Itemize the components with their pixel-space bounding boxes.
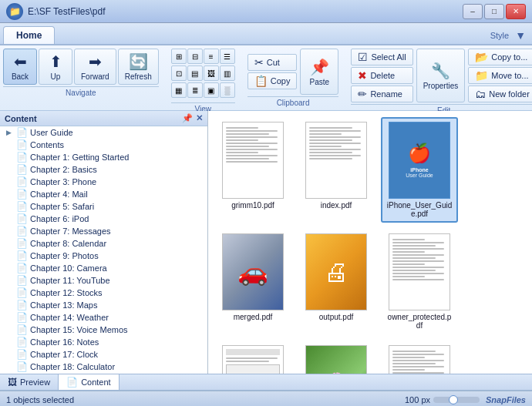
view-large-icon[interactable]: ⊞: [171, 49, 187, 64]
pdf-line: [309, 127, 352, 129]
cut-button[interactable]: ✂ Cut: [247, 54, 298, 71]
properties-button[interactable]: 🔧 Properties: [416, 49, 466, 102]
file-item-output[interactable]: 🖨 output.pdf: [298, 229, 375, 334]
view-tile-icon[interactable]: ⊡: [171, 65, 187, 81]
sidebar-item-ch10[interactable]: 📄 Chapter 10: Camera: [0, 262, 207, 274]
delete-button[interactable]: ✖ Delete: [351, 67, 412, 84]
pdf-line: [309, 158, 352, 159]
pdf-line: [226, 133, 269, 135]
file-item-iphone-guide[interactable]: 🍎 iPhone User Guide iPhone_User_Guide.pd…: [381, 117, 458, 223]
move-to-button[interactable]: 📁 Move to...: [468, 67, 532, 84]
ribbon-view-section: ⊞ ⊟ ≡ ☰ ⊡ ▤ 🖼 ▥ ▦ ≣ ▣ ░ View: [171, 49, 235, 107]
sidebar-item-ch18[interactable]: 📄 Chapter 18: Calculator: [0, 361, 207, 373]
sidebar-item-ch17[interactable]: 📄 Chapter 17: Clock: [0, 348, 207, 361]
rename-button[interactable]: ✏ Rename: [351, 86, 412, 102]
sidebar-item-ch19[interactable]: 📄 Chapter 19: Settings: [0, 373, 207, 374]
view-opt4[interactable]: ░: [220, 82, 235, 98]
file-item-owner-no-res[interactable]: owner_protected_NoRes...: [214, 341, 291, 374]
file-item-merged[interactable]: 🚗 merged.pdf: [214, 229, 291, 334]
select-all-button[interactable]: ☑ Select All: [351, 49, 412, 65]
view-opt3[interactable]: ▣: [204, 82, 219, 98]
file-item-owner-protected[interactable]: owner_protected.pdf: [381, 229, 458, 334]
view-opt2[interactable]: ≣: [187, 82, 203, 98]
sidebar-item-ch15[interactable]: 📄 Chapter 15: Voice Memos: [0, 324, 207, 336]
up-button[interactable]: ⬆ Up: [39, 49, 72, 85]
file-item-grimm10[interactable]: grimm10.pdf: [214, 117, 291, 223]
view-small-icon[interactable]: ≡: [204, 49, 219, 64]
file-thumb: [389, 233, 450, 310]
sidebar-item-ch5[interactable]: 📄 Chapter 5: Safari: [0, 200, 207, 213]
sidebar-item-ch8[interactable]: 📄 Chapter 8: Calendar: [0, 237, 207, 250]
pdf-line: [392, 260, 444, 262]
view-opt1[interactable]: ▦: [171, 82, 187, 98]
view-detail-icon[interactable]: ▤: [187, 65, 203, 81]
back-button[interactable]: ⬅ Back: [3, 49, 37, 85]
sidebar-item-ch2[interactable]: 📄 Chapter 2: Basics: [0, 163, 207, 176]
doc-icon: 📄: [16, 361, 28, 372]
sidebar-item-ch9[interactable]: 📄 Chapter 9: Photos: [0, 250, 207, 262]
zoom-thumb[interactable]: [449, 395, 458, 404]
sidebar-item-ch1[interactable]: 📄 Chapter 1: Getting Started: [0, 151, 207, 163]
zoom-slider[interactable]: [433, 397, 480, 403]
sidebar-item-ch12[interactable]: 📄 Chapter 12: Stocks: [0, 287, 207, 299]
new-folder-button[interactable]: 🗂 New folder: [468, 86, 532, 102]
pin-button[interactable]: 📌: [182, 113, 193, 123]
paste-button[interactable]: 📌 Paste: [300, 49, 338, 95]
form-header: [226, 349, 280, 355]
sidebar-item-ch6[interactable]: 📄 Chapter 6: iPod: [0, 213, 207, 225]
forward-button[interactable]: ➡ Forward: [74, 49, 116, 85]
maximize-button[interactable]: □: [484, 4, 504, 19]
file-item-photos[interactable]: 🌸 photos.pdf: [298, 341, 375, 374]
sidebar-item-ch14[interactable]: 📄 Chapter 14: Weather: [0, 311, 207, 324]
tab-bar: Home Style ▼: [0, 23, 532, 45]
view-row3: ▦ ≣ ▣ ░: [171, 82, 235, 98]
sidebar-item-ch7[interactable]: 📄 Chapter 7: Messages: [0, 225, 207, 237]
pdf-line: [392, 257, 436, 259]
close-button[interactable]: ✕: [506, 4, 526, 19]
refresh-button[interactable]: 🔄 Refresh: [118, 49, 159, 85]
tab-home[interactable]: Home: [3, 26, 55, 44]
clipboard-buttons: ✂ Cut 📋 Copy 📌 Paste: [247, 49, 339, 95]
sidebar-item-ch3[interactable]: 📄 Chapter 3: Phone: [0, 176, 207, 188]
pdf-line: [309, 155, 361, 156]
file-name: grimm10.pdf: [231, 201, 274, 210]
sidebar-item-ch16[interactable]: 📄 Chapter 16: Notes: [0, 336, 207, 348]
photo-preview: 🌸: [306, 346, 366, 374]
sidebar-item-ch4[interactable]: 📄 Chapter 4: Mail: [0, 188, 207, 200]
rename-icon: ✏: [358, 88, 367, 100]
file-item-pride[interactable]: pride and prejudice.pdf: [381, 341, 458, 374]
ribbon: ⬅ Back ⬆ Up ➡ Forward 🔄 Refresh Navigate: [0, 45, 532, 111]
doc-icon: 📄: [16, 324, 28, 335]
sidebar-item-ch13[interactable]: 📄 Chapter 13: Maps: [0, 299, 207, 311]
sidebar-item-ch11[interactable]: 📄 Chapter 11: YouTube: [0, 274, 207, 287]
sidebar-item-contents[interactable]: 📄 Contents: [0, 139, 207, 151]
status-right: 100 px SnapFiles: [405, 395, 526, 404]
pdf-line: [309, 143, 361, 144]
file-name: output.pdf: [319, 313, 353, 321]
copy-to-button[interactable]: 📂 Copy to...: [468, 49, 532, 65]
view-list-icon[interactable]: ☰: [220, 49, 235, 64]
doc-preview: [389, 234, 450, 310]
view-row2: ⊡ ▤ 🖼 ▥: [171, 65, 235, 81]
sidebar-item-userguide[interactable]: ▶ 📄 User Guide: [0, 126, 207, 139]
pdf-line: [392, 242, 444, 243]
navigate-label: Navigate: [3, 86, 159, 97]
tab-preview[interactable]: 🖼 Preview: [0, 374, 59, 390]
view-medium-icon[interactable]: ⊟: [187, 49, 203, 64]
view-thumb-icon[interactable]: 🖼: [204, 65, 219, 81]
tab-content[interactable]: 📄 Content: [59, 374, 120, 390]
file-item-index[interactable]: index.pdf: [298, 117, 375, 223]
doc-icon: 📄: [16, 300, 28, 310]
main-area: Content 📌 ✕ ▶ 📄 User Guide 📄 Contents 📄: [0, 111, 532, 374]
pdf-line: [392, 270, 436, 271]
doc-icon: 📄: [16, 287, 28, 298]
item-label: Chapter 8: Calendar: [30, 239, 204, 248]
file-thumb: 🌸: [305, 345, 367, 374]
doc-icon: 📄: [16, 189, 28, 200]
copy-button[interactable]: 📋 Copy: [247, 72, 298, 89]
sidebar-close-button[interactable]: ✕: [196, 113, 203, 123]
pdf-line: [226, 155, 278, 156]
minimize-button[interactable]: –: [463, 4, 483, 19]
pdf-line: [226, 143, 278, 144]
view-strip-icon[interactable]: ▥: [220, 65, 235, 81]
